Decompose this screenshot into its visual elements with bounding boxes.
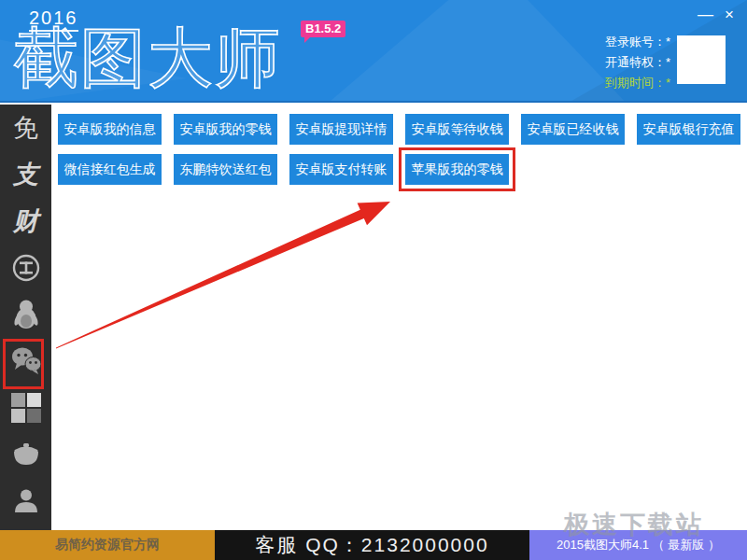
sidebar: 免 支 财 — [0, 105, 51, 530]
tiles-icon — [11, 393, 41, 423]
main-panel: 安卓版我的信息 安卓版我的零钱 安卓版提现详情 安卓版等待收钱 安卓版已经收钱 … — [51, 105, 747, 530]
footer-site-link[interactable]: 易简约资源官方网 — [0, 530, 215, 560]
template-button[interactable]: 安卓版我的零钱 — [174, 114, 277, 145]
sidebar-item-tenpay[interactable]: 财 — [0, 198, 51, 245]
login-account-label: 登录账号：* — [605, 32, 670, 52]
template-button[interactable]: 安卓版银行充值 — [637, 114, 740, 145]
qq-icon — [11, 299, 41, 330]
sidebar-item-user[interactable] — [0, 478, 51, 525]
app-title: 截图大师 — [13, 15, 282, 103]
template-button[interactable]: 安卓版我的信息 — [58, 114, 162, 145]
purse-icon — [10, 441, 42, 469]
template-button[interactable]: 安卓版提现详情 — [289, 114, 393, 145]
icbc-bank-icon — [11, 253, 41, 283]
user-icon — [12, 487, 40, 515]
sidebar-item-alipay[interactable]: 支 — [0, 151, 51, 198]
title-bar: 2016 截图大师 B1.5.2 — × 登录账号：* 开通特权：* 到期时间：… — [0, 0, 747, 103]
alipay-icon: 支 — [13, 162, 38, 188]
watermark-text: 极速下载站 — [564, 508, 704, 541]
version-badge: B1.5.2 — [301, 21, 345, 37]
footer-support-qq: 客服 QQ：2132000000 — [215, 530, 529, 560]
minimize-button[interactable]: — — [698, 6, 713, 24]
sidebar-item-tiles[interactable] — [0, 385, 51, 431]
avatar-box — [677, 35, 726, 84]
template-button[interactable]: 东鹏特饮送红包 — [174, 154, 277, 185]
free-icon: 免 — [13, 116, 38, 141]
sidebar-item-purse[interactable] — [0, 431, 51, 478]
login-privilege-label: 开通特权：* — [605, 52, 670, 73]
wechat-icon — [9, 345, 43, 377]
sidebar-item-wechat[interactable] — [0, 338, 51, 385]
sidebar-item-free[interactable]: 免 — [0, 105, 51, 151]
template-button-highlighted[interactable]: 苹果版我的零钱 — [405, 154, 509, 185]
template-button[interactable]: 安卓版支付转账 — [289, 154, 393, 185]
tenpay-icon: 财 — [13, 209, 38, 234]
login-info: 登录账号：* 开通特权：* 到期时间：* — [605, 32, 670, 93]
template-button[interactable]: 安卓版已经收钱 — [521, 114, 625, 145]
template-button[interactable]: 微信接红包生成 — [58, 154, 162, 185]
close-button[interactable]: × — [725, 6, 734, 24]
header-decor-polygon — [317, 0, 635, 103]
sidebar-item-qq[interactable] — [0, 291, 51, 338]
template-button[interactable]: 安卓版等待收钱 — [405, 114, 509, 145]
sidebar-item-icbc[interactable] — [0, 245, 51, 291]
login-expiry-label: 到期时间：* — [605, 73, 670, 93]
